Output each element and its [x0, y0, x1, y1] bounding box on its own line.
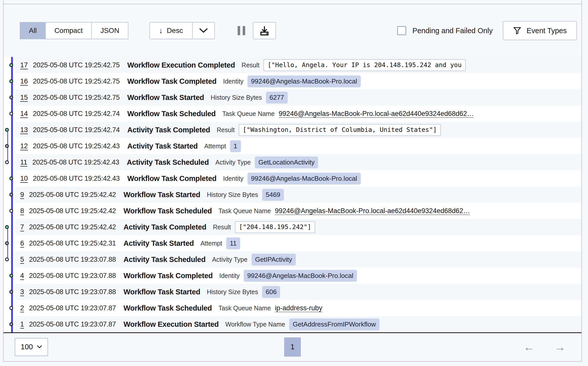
event-id-link[interactable]: 5	[20, 256, 24, 263]
event-attr-value[interactable]: 99246@Angelas-MacBook-Pro.local-ae62d440…	[275, 207, 470, 215]
event-row[interactable]: 7 2025-05-08 UTC 19:25:42.42 Activity Ta…	[4, 219, 581, 235]
chevron-down-icon	[37, 345, 42, 349]
event-row-content: 6 2025-05-08 UTC 19:25:42.31 Activity Ta…	[15, 235, 581, 251]
event-row-content: 4 2025-05-08 UTC 19:23:07.88 Workflow Ta…	[15, 268, 581, 284]
event-timestamp: 2025-05-08 UTC 19:25:42.75	[33, 94, 120, 101]
event-timestamp: 2025-05-08 UTC 19:25:42.42	[29, 207, 116, 215]
download-icon	[259, 25, 270, 36]
event-row[interactable]: 15 2025-05-08 UTC 19:25:42.75 Workflow T…	[4, 89, 581, 106]
pause-autorefresh-button[interactable]	[230, 22, 253, 39]
event-row[interactable]: 17 2025-05-08 UTC 19:25:42.75 Workflow E…	[4, 57, 581, 73]
event-id-link[interactable]: 12	[20, 142, 28, 150]
event-id-link[interactable]: 10	[20, 175, 28, 182]
event-timestamp: 2025-05-08 UTC 19:23:07.88	[29, 256, 116, 263]
pause-icon	[238, 26, 240, 35]
event-row[interactable]: 1 2025-05-08 UTC 19:23:07.87 Workflow Ex…	[4, 316, 581, 332]
event-type-name: Workflow Task Started	[127, 93, 204, 102]
event-type-name: Workflow Task Scheduled	[123, 207, 212, 215]
download-history-button[interactable]	[253, 22, 276, 39]
event-attr-label: Task Queue Name	[218, 207, 271, 215]
event-row-content: 9 2025-05-08 UTC 19:25:42.42 Workflow Ta…	[15, 187, 581, 203]
event-id-link[interactable]: 15	[20, 94, 28, 101]
event-attr-value: 99246@Angelas-MacBook-Pro.local	[247, 75, 361, 87]
arrow-down-icon: ↓	[159, 26, 163, 35]
event-row-content: 7 2025-05-08 UTC 19:25:42.42 Activity Ta…	[15, 219, 581, 235]
event-row[interactable]: 16 2025-05-08 UTC 19:25:42.75 Workflow T…	[4, 73, 581, 89]
current-page-button[interactable]: 1	[284, 337, 301, 357]
event-attr-label: Result	[242, 62, 260, 69]
event-id-link[interactable]: 1	[20, 320, 24, 328]
tab-all[interactable]: All	[20, 23, 46, 39]
event-type-name: Activity Task Scheduled	[123, 255, 206, 264]
event-type-name: Workflow Task Scheduled	[127, 110, 216, 118]
event-status-dot-icon	[5, 144, 9, 148]
event-attr-label: Task Queue Name	[218, 304, 271, 312]
event-row[interactable]: 8 2025-05-08 UTC 19:25:42.42 Workflow Ta…	[4, 203, 581, 219]
event-id-link[interactable]: 2	[20, 304, 24, 312]
tab-compact[interactable]: Compact	[46, 23, 92, 39]
event-row-content: 3 2025-05-08 UTC 19:23:07.88 Workflow Ta…	[15, 284, 581, 300]
event-attr-value: 11	[226, 237, 240, 249]
event-id-link[interactable]: 13	[20, 126, 28, 134]
sort-options-caret-button[interactable]	[192, 23, 214, 39]
page-size-select[interactable]: 100	[15, 338, 48, 356]
event-attr-label: Identity	[219, 272, 240, 279]
event-row-content: 10 2025-05-08 UTC 19:25:42.43 Workflow T…	[15, 170, 581, 187]
tab-json[interactable]: JSON	[92, 23, 128, 39]
event-timestamp: 2025-05-08 UTC 19:25:42.43	[33, 142, 120, 150]
event-row[interactable]: 4 2025-05-08 UTC 19:23:07.88 Workflow Ta…	[4, 268, 581, 284]
event-history-toolbar: All Compact JSON ↓ Desc	[4, 4, 581, 57]
arrow-left-icon: ←	[523, 340, 535, 354]
sort-label: Desc	[167, 27, 183, 35]
event-attr-value[interactable]: ip-address-ruby	[275, 304, 322, 312]
next-page-button[interactable]: →	[554, 341, 566, 353]
event-status-dot-icon	[9, 193, 13, 197]
event-row[interactable]: 12 2025-05-08 UTC 19:25:42.43 Activity T…	[4, 138, 581, 154]
event-attr-label: Result	[213, 223, 231, 231]
event-row[interactable]: 10 2025-05-08 UTC 19:25:42.43 Workflow T…	[4, 170, 581, 187]
page-size-value: 100	[21, 343, 33, 351]
event-id-link[interactable]: 8	[20, 207, 24, 215]
panel-top-strip	[4, 0, 581, 4]
previous-page-button[interactable]: ←	[523, 341, 535, 353]
event-type-name: Workflow Task Completed	[127, 174, 217, 183]
event-id-link[interactable]: 16	[20, 77, 28, 85]
event-id-link[interactable]: 11	[20, 158, 27, 166]
event-id-link[interactable]: 7	[20, 223, 24, 231]
event-id-link[interactable]: 14	[20, 110, 28, 118]
event-attr-value: 5469	[262, 189, 284, 201]
event-attr-label: History Size Bytes	[207, 191, 258, 198]
event-row[interactable]: 14 2025-05-08 UTC 19:25:42.74 Workflow T…	[4, 106, 581, 122]
event-row[interactable]: 13 2025-05-08 UTC 19:25:42.74 Activity T…	[4, 122, 581, 138]
event-attr-value[interactable]: 99246@Angelas-MacBook-Pro.local-ae62d440…	[279, 110, 474, 118]
event-attr-label: Attempt	[204, 143, 226, 150]
event-id-link[interactable]: 9	[20, 191, 24, 199]
event-attr-value: ["204.148.195.242"]	[235, 221, 315, 233]
event-type-name: Activity Task Started	[123, 239, 194, 248]
event-row[interactable]: 5 2025-05-08 UTC 19:23:07.88 Activity Ta…	[4, 251, 581, 268]
event-row-content: 17 2025-05-08 UTC 19:25:42.75 Workflow E…	[15, 57, 581, 73]
event-id-link[interactable]: 17	[20, 61, 28, 69]
event-row-content: 16 2025-05-08 UTC 19:25:42.75 Workflow T…	[15, 73, 581, 89]
event-type-name: Activity Task Completed	[127, 126, 210, 134]
event-timestamp: 2025-05-08 UTC 19:25:42.42	[29, 223, 116, 231]
event-status-dot-icon	[5, 128, 9, 132]
event-row[interactable]: 9 2025-05-08 UTC 19:25:42.42 Workflow Ta…	[4, 187, 581, 203]
event-id-link[interactable]: 3	[20, 288, 24, 296]
event-attr-label: Identity	[223, 78, 243, 85]
event-status-dot-icon	[9, 209, 13, 213]
event-attr-value: 6277	[266, 92, 288, 104]
pending-failed-checkbox[interactable]	[397, 26, 406, 35]
event-row[interactable]: 2 2025-05-08 UTC 19:23:07.87 Workflow Ta…	[4, 300, 581, 316]
event-row[interactable]: 3 2025-05-08 UTC 19:23:07.88 Workflow Ta…	[4, 284, 581, 300]
event-attr-value: 606	[262, 286, 280, 298]
event-status-dot-icon	[9, 96, 13, 99]
event-id-link[interactable]: 6	[20, 239, 24, 247]
event-row[interactable]: 6 2025-05-08 UTC 19:25:42.31 Activity Ta…	[4, 235, 581, 251]
event-status-dot-icon	[5, 258, 9, 261]
sort-desc-button[interactable]: ↓ Desc	[150, 23, 192, 39]
event-types-filter-button[interactable]: Event Types	[503, 21, 577, 40]
event-id-link[interactable]: 4	[20, 272, 24, 280]
event-row[interactable]: 11 2025-05-08 UTC 19:25:42.43 Activity T…	[4, 154, 581, 170]
event-attr-label: Activity Type	[212, 256, 247, 263]
